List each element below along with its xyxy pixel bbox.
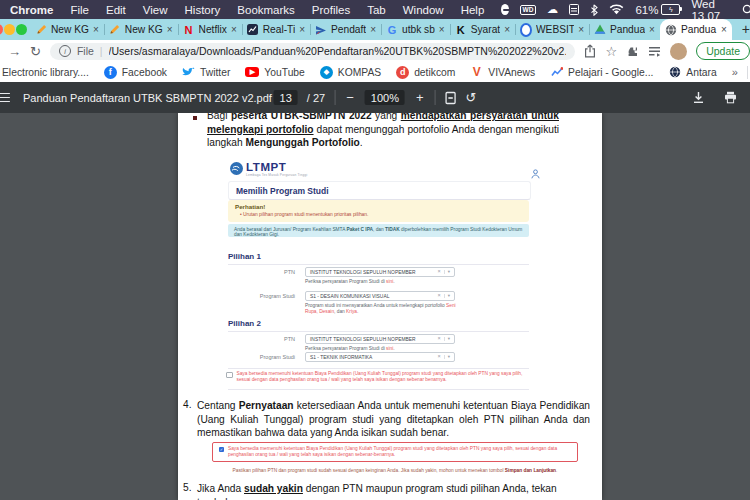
tab-utbk-search[interactable]: G utbk sb × [381,19,450,40]
download-icon[interactable] [692,91,705,104]
profile-avatar[interactable] [670,43,687,60]
close-tab-icon[interactable]: × [439,24,445,35]
page-number-input[interactable]: 13 [274,90,298,105]
forward-icon[interactable]: → [8,44,21,59]
zoom-level-input[interactable]: 100% [365,90,405,105]
bookmark-label: Facebook [122,67,167,78]
disc-status-icon[interactable] [501,4,509,15]
address-bar-input[interactable]: i File | /Users/asmaralaya/Downloads/Pan… [50,43,576,60]
menu-file[interactable]: File [70,4,89,16]
close-tab-icon[interactable]: × [299,24,305,35]
realtime-chart-icon [247,24,259,36]
bookmark-twitter[interactable]: Twitter [182,66,230,79]
menu-window[interactable]: Window [403,4,444,16]
warning-item: • Urutan pilihan program studi menentuka… [240,212,522,217]
close-tab-icon[interactable]: × [504,24,510,35]
battery-indicator[interactable]: 61% ϟ [635,4,680,16]
info-box: Anda berasal dari Jurusan/ Program Keahl… [228,224,529,237]
tab-netflix[interactable]: N Netflix × [178,19,242,40]
menu-profiles[interactable]: Profiles [312,4,350,16]
share-icon[interactable] [584,44,596,58]
tab-panduan-drive[interactable]: Pandua × [589,19,660,40]
ltmpt-logo: LTMPT Lembaga Tes Masuk Perguruan Tinggi [230,162,307,177]
bookmark-vivanews[interactable]: V VIVAnews [470,66,535,79]
print-icon[interactable] [724,91,737,104]
close-tab-icon[interactable]: × [231,24,237,35]
zoom-window-button[interactable] [16,24,27,35]
tab-website[interactable]: WEBSIT × [515,19,589,40]
new-tab-button[interactable]: + [742,21,750,37]
bookmark-electronic-library[interactable]: Electronic library.... [2,67,89,78]
zoom-out-button[interactable]: − [344,90,356,105]
menu-bookmarks[interactable]: Bookmarks [237,4,295,16]
tab-new-kg-2[interactable]: New KG × [104,19,178,40]
fit-page-icon[interactable] [445,91,457,105]
antara-globe-icon [668,66,681,79]
bookmark-label: Electronic library.... [2,67,89,78]
bookmark-youtube[interactable]: ▶ YouTube [245,67,304,78]
minimize-window-button[interactable] [4,24,15,35]
spotlight-search-icon[interactable] [742,4,750,16]
cloud-icon[interactable]: ☁ [547,3,558,16]
close-tab-icon[interactable]: × [167,24,173,35]
prodi-label: Program Studi [228,354,295,360]
close-tab-icon[interactable]: × [578,24,584,35]
menu-help[interactable]: Help [461,4,485,16]
tab-label: Pandua [681,24,717,35]
blue-ring-icon [520,24,532,36]
bookmark-facebook[interactable]: f Facebook [104,66,167,79]
tab-new-kg-1[interactable]: New KG × [30,19,104,40]
reading-list-icon[interactable] [648,46,661,57]
agreement-text: Saya bersedia memenuhi ketentuan Biaya P… [237,371,527,383]
pdf-viewport[interactable]: Bagi peserta UTBK-SBMPTN 2022 yang menda… [0,113,750,500]
close-window-button[interactable] [0,24,3,35]
pdf-page: Bagi peserta UTBK-SBMPTN 2022 yang menda… [178,113,602,500]
bookmarks-overflow-chevron[interactable]: » [732,66,738,78]
bookmark-detikcom[interactable]: d detikcom [396,66,455,79]
bluetooth-icon[interactable] [590,4,598,16]
menu-history[interactable]: History [185,4,221,16]
menu-view[interactable]: View [143,4,168,16]
rotate-icon[interactable]: ↺ [466,90,477,105]
tab-label: New KG [125,24,163,35]
divider [228,264,529,265]
bookmark-antara[interactable]: Antara [668,66,716,79]
tab-panduan-pdf-active[interactable]: Pandua × [660,19,732,40]
close-tab-icon[interactable]: × [649,24,655,35]
embedded-screenshot-pernyataan: ✓ Saya bersedia memenuhi ketentuan Biaya… [212,442,578,473]
wd-drive-icon[interactable]: WD [520,5,536,15]
menu-edit[interactable]: Edit [106,4,126,16]
close-tab-icon[interactable]: × [721,24,727,35]
clear-icon: × [438,269,441,275]
close-tab-icon[interactable]: × [93,24,99,35]
chrome-update-button[interactable]: Update [696,42,750,60]
bookmark-pelajari[interactable]: Pelajari - Google... [550,66,653,79]
wifi-icon[interactable] [609,4,624,15]
twitter-bird-icon [182,66,195,79]
zoom-in-button[interactable]: + [414,90,426,105]
bookmark-label: KOMPAS [338,67,381,78]
pdf-menu-icon[interactable] [0,93,10,103]
vivanews-icon: V [470,66,483,79]
close-tab-icon[interactable]: × [370,24,376,35]
tab-pendaftaran[interactable]: Pendaft × [310,19,381,40]
tab-label: Pendaft [331,24,366,35]
extensions-puzzle-icon[interactable] [626,45,639,58]
tab-syarat[interactable]: K Syarat × [450,19,515,40]
divider [228,389,529,390]
menu-tab[interactable]: Tab [367,4,386,16]
pdf-toolbar: Panduan Pendaftaran UTBK SBMPTN 2022 v2.… [0,82,750,113]
macos-menu-bar: Chrome File Edit View History Bookmarks … [0,0,750,19]
bookmark-label: Pelajari - Google... [568,67,653,78]
bookmark-kompas[interactable]: ◆ KOMPAS [320,66,381,79]
prodi-select-2: S1 - TEKNIK INFORMATIKA×▾ [305,352,455,362]
prodi-help-1: Program studi ini mensyaratkan Anda untu… [305,303,465,315]
page-info-icon[interactable]: i [59,45,71,57]
bookmark-star-icon[interactable]: ☆ [605,44,617,59]
tab-realtime[interactable]: Real-Ti × [242,19,310,40]
list-number: 4. [183,399,192,410]
menu-chrome[interactable]: Chrome [10,4,53,16]
reload-icon[interactable]: ↻ [30,44,41,59]
pencil-icon [109,24,121,36]
drive-stack-icon[interactable] [569,4,579,15]
